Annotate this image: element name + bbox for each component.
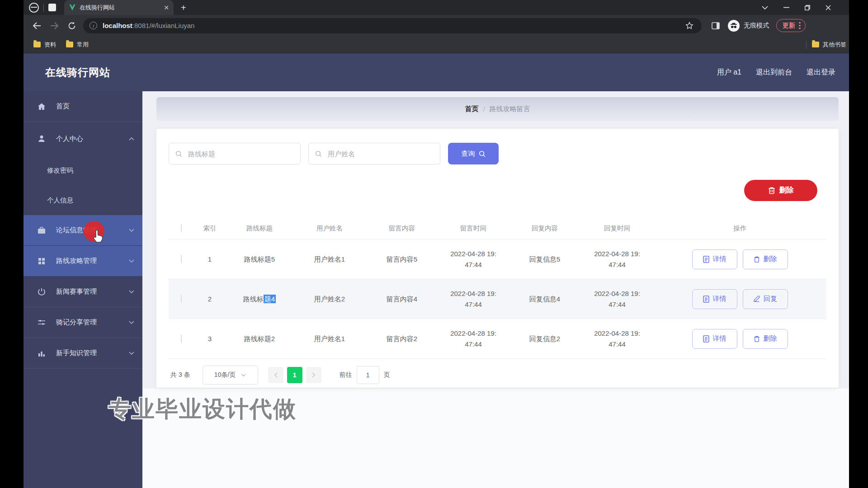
power-icon [37,287,46,296]
sidebar-item-change-password[interactable]: 修改密码 [24,155,142,185]
bookmark-folder-zl[interactable]: 资料 [33,41,56,49]
sidebar-item-forum-mgmt[interactable]: 论坛信息管理 [24,215,142,246]
breadcrumb-home[interactable]: 首页 [465,105,478,113]
screen: 在线骑行网站 ✕ + i localhost:8081/#/luxianLiuy… [0,0,868,488]
query-button[interactable]: 查询 [448,143,499,164]
cell-reply: 回复信息4 [509,294,581,304]
selected-text: 题4 [264,295,276,303]
cell-index: 1 [194,254,226,264]
cell-content: 留言内容2 [366,333,438,344]
refresh-icon[interactable] [68,22,76,30]
sidebar-item-news-mgmt[interactable]: 新闻赛事管理 [24,277,142,307]
browser-tab[interactable]: 在线骑行网站 ✕ [64,0,174,15]
document-icon [703,296,709,303]
bookmark-folder-cy[interactable]: 常用 [66,41,89,49]
forward-icon[interactable] [50,22,59,29]
cell-reply: 回复信息2 [509,333,581,344]
tab-close-icon[interactable]: ✕ [164,4,169,11]
incognito-label: 无痕模式 [744,22,769,30]
row-checkbox[interactable] [181,255,182,263]
cell-user: 用户姓名2 [293,294,366,304]
hand-cursor-icon [90,229,105,244]
sidebar-item-personal-info[interactable]: 个人信息 [24,185,142,215]
cell-reply-time: 2022-04-28 19:47:44 [581,328,653,349]
pinned-tab[interactable] [48,4,56,11]
other-bookmarks[interactable]: 其他书签 [812,41,846,49]
main-content: 首页 / 路线攻略留言 [142,91,849,488]
globe-icon[interactable] [29,3,39,13]
address-bar[interactable]: i localhost:8081/#/luxianLiuyan [83,18,702,33]
table-row: 1 路线标题5 用户姓名1 留言内容5 2022-04-28 19:47:44 … [169,239,826,279]
col-header-content: 留言内容 [366,223,438,233]
trash-icon [754,256,760,263]
detail-button[interactable]: 详情 [692,329,737,349]
sidebar-item-home[interactable]: 首页 [24,91,142,122]
breadcrumb: 首页 / 路线攻略留言 [156,97,839,121]
current-user: 用户 a1 [717,68,741,77]
more-menu-icon[interactable] [799,22,801,29]
sidebar-item-route-mgmt[interactable]: 路线攻略管理 [24,246,142,277]
goto-page-input[interactable] [357,366,379,384]
route-title-input-wrap [169,143,301,164]
folder-icon [66,42,73,47]
briefcase-icon [37,226,46,235]
chevron-up-icon [129,137,134,141]
breadcrumb-current: 路线攻略留言 [490,105,530,113]
bookmarks-bar: 资料 常用 其他书签 [24,36,849,53]
logout-link[interactable]: 退出登录 [807,68,835,77]
reply-button[interactable]: 回复 [743,289,788,309]
sidebar-group-personal[interactable]: 个人中心 [24,122,142,155]
exit-to-front-link[interactable]: 退出到前台 [756,68,792,77]
cell-msg-time: 2022-04-28 19:47:44 [438,288,509,310]
row-delete-button[interactable]: 删除 [743,249,788,269]
chevron-down-icon [241,374,246,377]
user-name-input[interactable] [309,143,440,164]
update-button[interactable]: 更新 [776,19,806,32]
user-icon [37,134,46,143]
cell-index: 2 [194,294,226,304]
select-all-checkbox[interactable] [181,224,182,232]
prev-page-button[interactable] [268,367,283,383]
tab-list-chevron-icon[interactable] [762,6,768,9]
side-panel-icon[interactable] [712,22,720,29]
detail-button[interactable]: 详情 [692,289,737,309]
cell-user: 用户姓名1 [293,254,366,264]
sidebar-item-novice-mgmt[interactable]: 新手知识管理 [24,338,142,369]
back-icon[interactable] [33,22,41,29]
star-icon[interactable] [685,22,693,30]
app-title: 在线骑行网站 [45,66,110,80]
search-icon [315,150,322,157]
data-table: 索引 路线标题 用户姓名 留言内容 留言时间 回复内容 回复时间 操作 1 [169,218,826,359]
sidebar-item-riding-mgmt[interactable]: 骑记分享管理 [24,307,142,338]
sidebar: 首页 个人中心 修改密码 个人信息 论坛信息管理 路线攻略管理 [24,91,142,488]
restore-icon[interactable] [805,5,810,10]
current-page[interactable]: 1 [287,367,302,383]
cell-content: 留言内容5 [366,254,438,264]
minimize-icon[interactable] [783,7,789,8]
home-icon [37,102,46,111]
sidebar-item-label: 个人信息 [47,196,73,205]
window-close-icon[interactable] [826,5,831,10]
pagination: 共 3 条 10条/页 1 前往 页 [169,366,826,385]
info-icon[interactable]: i [90,22,97,29]
row-delete-button[interactable]: 删除 [743,329,788,349]
bookmark-label: 资料 [44,41,56,49]
row-checkbox[interactable] [181,334,182,343]
new-tab-icon[interactable]: + [181,3,186,12]
search-icon [175,150,182,157]
search-icon [479,150,486,157]
chevron-down-icon [129,321,134,324]
delete-button[interactable]: 删除 [744,180,817,201]
chevron-down-icon [129,352,134,355]
chevron-left-icon [274,372,278,378]
row-checkbox[interactable] [181,295,182,303]
update-label: 更新 [783,22,795,30]
detail-button[interactable]: 详情 [692,249,737,269]
content-card: 查询 删除 索引 路线标题 [156,129,839,388]
route-title-input[interactable] [169,143,300,164]
divider [806,41,807,49]
cell-reply-time: 2022-04-28 19:47:44 [581,288,653,310]
page-size-select[interactable]: 10条/页 [203,366,258,385]
next-page-button[interactable] [306,367,321,383]
url-text[interactable]: localhost:8081/#/luxianLiuyan [103,22,685,29]
